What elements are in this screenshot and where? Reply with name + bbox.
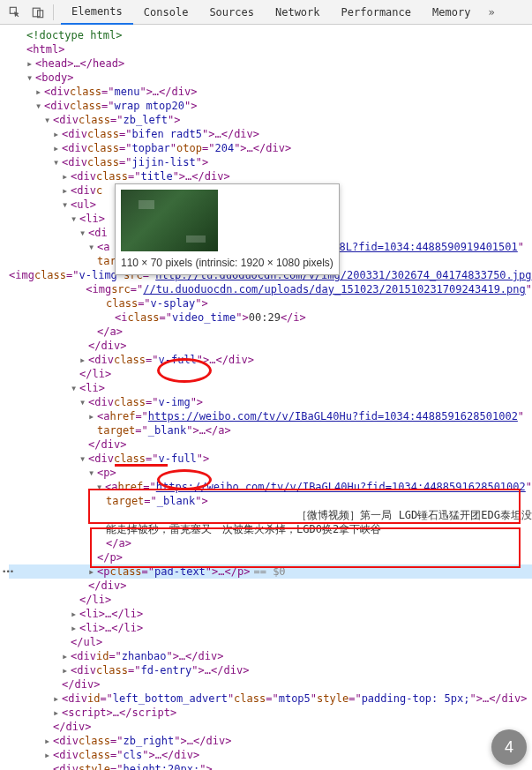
a3-target[interactable]: target="_blank"> [9, 494, 532, 508]
a3-close[interactable]: </a> [9, 536, 532, 550]
tab-elements[interactable]: Elements [61, 0, 133, 25]
thumbnail-image [121, 190, 218, 251]
menu-node[interactable]: <div class="menu">…</div> [9, 85, 532, 99]
doctype-node[interactable]: <!doctype html> [9, 28, 532, 42]
tooltip-caption: 110 × 70 pixels (intrinsic: 1920 × 1080 … [121, 257, 333, 269]
li-close-2[interactable]: </li> [9, 593, 532, 607]
vfull-2-close[interactable]: </div> [9, 579, 532, 593]
tab-network[interactable]: Network [265, 0, 331, 25]
a3-node[interactable]: <a href="https://weibo.com/tv/v/IBaGL40H… [9, 480, 532, 494]
svg-rect-1 [33, 8, 40, 17]
img2-cls[interactable]: class="v-splay"> [9, 296, 532, 310]
cls-node[interactable]: <div class="cls">…</div> [9, 748, 532, 762]
text-line-2[interactable]: 能走掉被秒，雷克塞又一次被集火杀掉，LGD0换2拿下峡谷 [9, 522, 532, 536]
last-frag[interactable]: <div style="height:20px;"> [9, 762, 532, 770]
bifen-node[interactable]: <div class="bifen radt5">…</div> [9, 127, 532, 141]
p-open[interactable]: <p> [9, 466, 532, 480]
fd-entry-node[interactable]: <div class="fd-entry">…</div> [9, 663, 532, 677]
jijin-close[interactable]: </div> [9, 677, 532, 692]
image-preview-tooltip: 110 × 70 pixels (intrinsic: 1920 × 1080 … [115, 183, 340, 275]
text-line-1[interactable]: ［微博视频］第一局 LGD锤石迅猛开团EDG泰坦没 [9, 508, 532, 522]
device-toggle-icon[interactable] [26, 1, 49, 24]
vimg-open[interactable]: <div class="v-img"> [9, 395, 532, 409]
p-pad-selected[interactable]: <p class="pad-text">…</p> == $0 [9, 564, 532, 579]
li-4[interactable]: <li>…</li> [9, 621, 532, 635]
inspect-icon[interactable] [4, 1, 26, 24]
tab-performance[interactable]: Performance [331, 0, 422, 25]
devtools-toolbar: Elements Console Sources Network Perform… [0, 0, 532, 25]
title-node[interactable]: <div class="title">…</div> [9, 169, 532, 183]
tab-console[interactable]: Console [133, 0, 199, 25]
wrap-open[interactable]: <div class="wrap mtop20"> [9, 99, 532, 113]
p-close[interactable]: </p> [9, 550, 532, 564]
i-time-node[interactable]: <i class="video_time">00:29</i> [9, 310, 532, 325]
fab-button[interactable]: 4 [491, 729, 527, 765]
dom-tree[interactable]: <!doctype html> <html> <head>…</head> <b… [0, 25, 532, 770]
a-close-1[interactable]: </a> [9, 325, 532, 339]
html-open[interactable]: <html> [9, 42, 532, 56]
tab-memory[interactable]: Memory [422, 0, 481, 25]
li-3[interactable]: <li>…</li> [9, 607, 532, 621]
li-close-1[interactable]: </li> [9, 367, 532, 381]
zbleft-close[interactable]: </div> [9, 720, 532, 734]
ul-close[interactable]: </ul> [9, 635, 532, 649]
more-tabs-icon[interactable]: » [481, 6, 501, 19]
leftbottom-node[interactable]: <div id="left_bottom_advert" class="mtop… [9, 692, 532, 706]
dom-tree-container: <!doctype html> <html> <head>…</head> <b… [0, 25, 532, 770]
script-node[interactable]: <script>…</script> [9, 706, 532, 720]
img2-node[interactable]: <img src="//tu.duoduocdn.com/uploads/day… [9, 282, 532, 296]
zbleft-open[interactable]: <div class="zb_left"> [9, 113, 532, 127]
zbright-node[interactable]: <div class="zb_right">…</div> [9, 734, 532, 748]
head-node[interactable]: <head>…</head> [9, 56, 532, 71]
div-close-1[interactable]: </div> [9, 339, 532, 353]
jijin-open[interactable]: <div class="jijin-list"> [9, 155, 532, 169]
li-open-2[interactable]: <li> [9, 381, 532, 395]
body-open[interactable]: <body> [9, 71, 532, 85]
separator [53, 4, 54, 20]
panel-tabs: Elements Console Sources Network Perform… [61, 0, 481, 25]
tab-sources[interactable]: Sources [199, 0, 265, 25]
topbar-node[interactable]: <div class="topbar" otop="204">…</div> [9, 141, 532, 155]
expand-arrow[interactable] [26, 56, 35, 71]
zhanbao-node[interactable]: <div id="zhanbao">…</div> [9, 649, 532, 663]
vimg-close[interactable]: </div> [9, 437, 532, 452]
collapse-arrow[interactable] [26, 71, 35, 85]
a2-target[interactable]: target="_blank">…</a> [9, 423, 532, 437]
vfull-2-open[interactable]: <div class="v-full"> [9, 452, 532, 466]
a2-node[interactable]: <a href="https://weibo.com/tv/v/IBaGL40H… [9, 409, 532, 423]
vfull-1[interactable]: <div class="v-full">…</div> [9, 353, 532, 367]
